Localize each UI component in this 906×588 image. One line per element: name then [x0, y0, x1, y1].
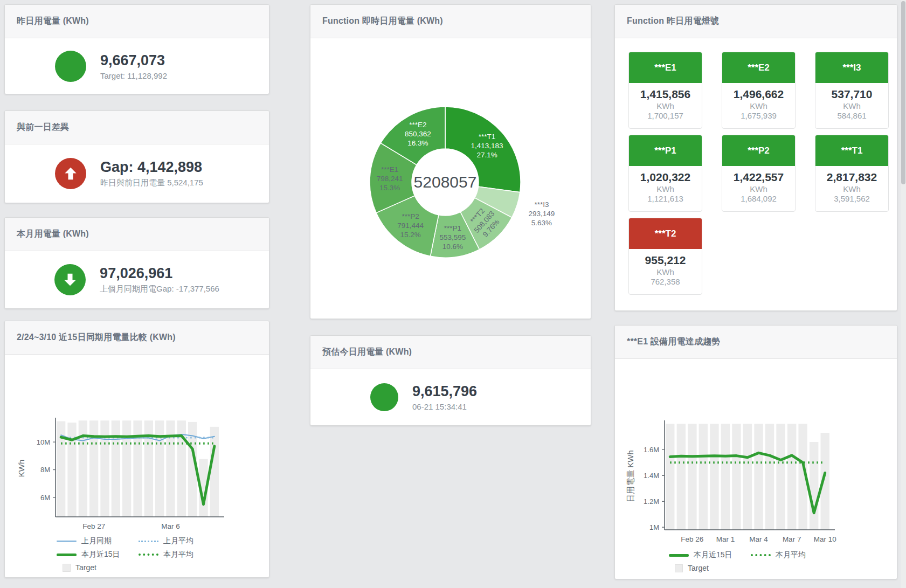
legend-item[interactable]: 上月同期 [57, 536, 139, 546]
legend-item[interactable]: Target [57, 563, 139, 572]
panel-header: Function 昨日用電燈號 [615, 5, 897, 38]
panel-yesterday-usage: 昨日用電量 (KWh) 9,667,073 Target: 11,128,992 [4, 4, 269, 94]
panel-title: ***E1 設備用電達成趨勢 [627, 336, 721, 348]
svg-text:Feb 27: Feb 27 [82, 522, 105, 530]
chart-body: ***T11,413,18327.1%***I3293,1495.63%***T… [310, 38, 591, 319]
legend-square-swatch-icon [63, 564, 71, 572]
tile-unit: KWh [629, 184, 702, 193]
legend-dash-swatch-icon [139, 541, 158, 542]
tile-status-header: ***E2 [722, 52, 795, 83]
kpi-value: 97,026,961 [100, 265, 219, 282]
legend-label: Target [688, 564, 709, 572]
panel-header: Function 即時日用電量 (KWh) [310, 5, 591, 38]
svg-text:1.2M: 1.2M [644, 497, 659, 506]
panel-title: 昨日用電量 (KWh) [17, 16, 89, 27]
legend-item[interactable]: 本月平均 [751, 550, 833, 560]
svg-text:Mar 1: Mar 1 [716, 535, 735, 543]
tile-status-header: ***T1 [815, 135, 888, 166]
panel-header: 昨日用電量 (KWh) [5, 5, 269, 38]
panel-realtime-donut: Function 即時日用電量 (KWh) ***T11,413,18327.1… [310, 4, 591, 319]
legend-dash-swatch-icon [139, 554, 158, 556]
kpi-subtitle: Target: 11,128,992 [100, 71, 219, 80]
status-circle-green [55, 51, 86, 82]
tile-unit: KWh [815, 101, 888, 110]
legend-item[interactable]: 上月平均 [139, 536, 220, 546]
svg-text:10M: 10M [37, 438, 50, 446]
legend-item[interactable]: 本月近15日 [669, 550, 751, 560]
kpi-value: 9,615,796 [412, 383, 531, 400]
compare-line-chart[interactable]: 6M8M10MKWhFeb 27Mar 6 [5, 355, 270, 532]
panel-header: 與前一日差異 [5, 111, 269, 144]
tile-status-header: ***I3 [815, 52, 888, 83]
svg-text:Feb 26: Feb 26 [681, 535, 703, 543]
legend-row: 上月同期上月平均 [57, 536, 269, 546]
kpi-text: Gap: 4,142,898 昨日與前日用電量 5,524,175 [100, 159, 219, 188]
tile-unit: KWh [722, 101, 795, 110]
kpi-value: Gap: 4,142,898 [100, 159, 219, 176]
kpi-body: Gap: 4,142,898 昨日與前日用電量 5,524,175 [5, 144, 269, 203]
panel-e1-trend-chart: ***E1 設備用電達成趨勢 1M1.2M1.4M1.6M日用電量 KWhFeb… [614, 325, 897, 579]
kpi-subtitle: 06-21 15:34:41 [412, 402, 531, 411]
svg-text:Mar 6: Mar 6 [161, 522, 180, 530]
tile-unit: KWh [629, 101, 702, 110]
vertical-scrollbar[interactable] [901, 0, 906, 588]
tile-target-value: 1,675,939 [722, 111, 795, 120]
tile-unit: KWh [722, 184, 795, 193]
tile-target-value: 3,591,562 [815, 194, 888, 203]
arrow-up-icon [55, 158, 86, 189]
svg-text:1.4M: 1.4M [644, 472, 659, 480]
light-tile-P1: ***P11,020,322KWh1,121,613 [628, 135, 702, 212]
kpi-body: 97,026,961 上個月同期用電Gap: -17,377,566 [5, 251, 269, 308]
panel-header: ***E1 設備用電達成趨勢 [615, 326, 897, 359]
svg-text:6M: 6M [40, 494, 50, 502]
trend-chart-legend: 本月近15日本月平均Target [615, 547, 897, 572]
light-tiles-grid: ***E11,415,856KWh1,700,157***E21,496,662… [615, 38, 897, 295]
tile-target-value: 584,861 [815, 111, 888, 120]
panel-header: 2/24~3/10 近15日同期用電量比較 (KWh) [5, 321, 269, 355]
legend-label: 上月平均 [163, 536, 193, 546]
tile-status-header: ***P2 [722, 135, 795, 166]
panel-15day-compare-chart: 2/24~3/10 近15日同期用電量比較 (KWh) 6M8M10MKWhFe… [4, 321, 269, 578]
arrow-down-icon [54, 264, 86, 295]
panel-title: 與前一日差異 [17, 122, 69, 133]
trend-line-chart[interactable]: 1M1.2M1.4M1.6M日用電量 KWhFeb 26Mar 1Mar 4Ma… [615, 359, 898, 545]
panel-title: 本月用電量 (KWh) [17, 229, 89, 240]
tile-target-value: 1,700,157 [629, 111, 702, 120]
legend-label: 本月近15日 [694, 550, 732, 560]
chart-body: 6M8M10MKWhFeb 27Mar 6 上月同期上月平均本月近15日本月平均… [5, 355, 269, 577]
legend-item[interactable]: 本月近15日 [57, 550, 139, 559]
scrollbar-thumb[interactable] [901, 1, 905, 184]
kpi-text: 9,615,796 06-21 15:34:41 [412, 383, 531, 411]
svg-text:Mar 4: Mar 4 [749, 535, 768, 543]
panel-month-usage: 本月用電量 (KWh) 97,026,961 上個月同期用電Gap: -17,3… [4, 217, 269, 309]
panel-gap-vs-previous-day: 與前一日差異 Gap: 4,142,898 昨日與前日用電量 5,524,175 [4, 110, 269, 203]
light-tile-E1: ***E11,415,856KWh1,700,157 [628, 52, 702, 129]
kpi-text: 9,667,073 Target: 11,128,992 [100, 52, 219, 80]
donut-chart[interactable]: ***T11,413,18327.1%***I3293,1495.63%***T… [310, 38, 591, 319]
svg-text:Mar 10: Mar 10 [814, 535, 836, 543]
tile-unit: KWh [629, 267, 702, 276]
kpi-text: 97,026,961 上個月同期用電Gap: -17,377,566 [100, 265, 219, 294]
panel-yesterday-lights: Function 昨日用電燈號 ***E11,415,856KWh1,700,1… [614, 4, 897, 311]
legend-dash-swatch-icon [751, 554, 771, 556]
kpi-subtitle: 昨日與前日用電量 5,524,175 [100, 178, 219, 188]
tile-target-value: 1,684,092 [722, 194, 795, 203]
svg-text:日用電量 KWh: 日用電量 KWh [626, 450, 635, 502]
legend-label: 本月平均 [776, 550, 806, 560]
light-tile-T1: ***T12,817,832KWh3,591,562 [815, 135, 889, 212]
panel-header: 預估今日用電量 (KWh) [310, 336, 591, 369]
legend-row: Target [669, 564, 897, 572]
light-tile-E2: ***E21,496,662KWh1,675,939 [722, 52, 796, 129]
tile-value: 1,020,322 [629, 171, 702, 184]
legend-line-swatch-icon [57, 554, 77, 556]
tile-value: 2,817,832 [815, 171, 888, 184]
legend-row: Target [57, 563, 269, 572]
legend-item[interactable]: Target [669, 564, 751, 572]
light-tile-T2: ***T2955,212KWh762,358 [628, 218, 702, 295]
tile-value: 1,496,662 [722, 88, 795, 101]
light-tile-I3: ***I3537,710KWh584,861 [815, 52, 889, 129]
tile-unit: KWh [815, 184, 888, 193]
legend-item[interactable]: 本月平均 [139, 550, 220, 559]
legend-square-swatch-icon [675, 564, 683, 572]
tile-value: 1,415,856 [629, 88, 702, 101]
